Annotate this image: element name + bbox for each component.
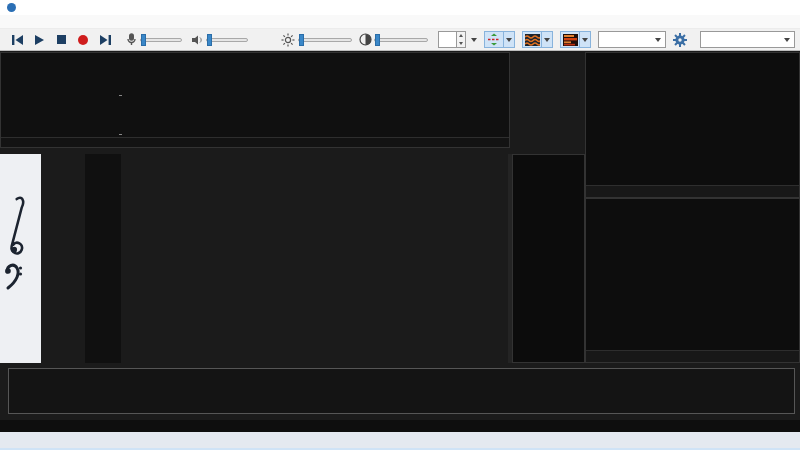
brightness-slider[interactable]	[298, 38, 352, 42]
toolbar	[0, 29, 800, 51]
overview-waveform-panel	[8, 368, 795, 414]
spectrum-palette-dropdown-arrow[interactable]	[580, 31, 591, 48]
chevron-down-icon	[655, 38, 661, 42]
brightness-icon	[281, 29, 295, 50]
intensity-spectrum-panel	[512, 154, 585, 363]
close-button[interactable]	[778, 0, 800, 15]
menu-bar	[0, 15, 800, 29]
app-window	[0, 0, 800, 450]
title-bar	[0, 0, 800, 15]
egg-waveform-panel	[585, 198, 800, 363]
frequency-axis-button[interactable]	[484, 31, 504, 48]
maximize-button[interactable]	[746, 0, 772, 15]
time-ruler[interactable]	[0, 420, 800, 432]
audio-waveform-panel	[585, 52, 800, 198]
spectrogram-palette-dropdown-arrow[interactable]	[542, 31, 553, 48]
piano-keyboard[interactable]	[41, 154, 85, 363]
audio-status-bar	[586, 185, 799, 197]
volume-icon	[190, 29, 204, 50]
minimize-button[interactable]	[710, 0, 736, 15]
record-button[interactable]	[75, 29, 91, 50]
channel-mode-select[interactable]	[598, 31, 666, 48]
egg-status-bar	[586, 350, 799, 362]
skip-start-button[interactable]	[9, 29, 25, 50]
brightness-slider-handle[interactable]	[299, 34, 304, 46]
spectrogram-canvas[interactable]	[121, 154, 508, 356]
frequency-axis-dropdown-arrow[interactable]	[504, 31, 515, 48]
overview-waveform[interactable]	[9, 369, 794, 413]
spinbox-dropdown-arrow[interactable]	[468, 31, 479, 48]
contact-quotient-panel	[0, 52, 510, 148]
audio-waveform-plot[interactable]	[586, 53, 799, 185]
mic-level-slider[interactable]	[140, 38, 182, 42]
spinbox-arrows[interactable]	[457, 31, 466, 48]
app-logo-icon	[7, 3, 16, 12]
volume-slider-handle[interactable]	[207, 34, 212, 46]
contrast-slider-handle[interactable]	[375, 34, 380, 46]
cq-time-axis	[1, 137, 509, 147]
time-ruler-wrap	[0, 420, 800, 432]
skip-end-button[interactable]	[97, 29, 113, 50]
contrast-icon	[358, 29, 372, 50]
chevron-down-icon	[784, 38, 790, 42]
intensity-spectrum-canvas[interactable]	[513, 155, 584, 340]
stop-button[interactable]	[53, 29, 69, 50]
file-tab-bar	[0, 432, 800, 450]
play-button[interactable]	[31, 29, 47, 50]
spectrum-palette-button[interactable]	[560, 31, 580, 48]
contact-quotient-plot[interactable]	[122, 55, 506, 137]
egg-waveform-plot[interactable]	[586, 199, 799, 349]
treble-clef-icon	[1, 194, 29, 270]
microphone-icon	[125, 29, 137, 50]
settings-profiles-select[interactable]	[700, 31, 795, 48]
frequency-axis	[85, 154, 121, 363]
music-staff-area	[0, 154, 41, 363]
contrast-slider[interactable]	[374, 38, 428, 42]
spectrogram-palette-button[interactable]	[522, 31, 542, 48]
octave-shift-spinbox[interactable]	[438, 31, 457, 48]
intensity-axis	[513, 348, 584, 362]
mic-slider-handle[interactable]	[141, 34, 146, 46]
bass-clef-icon	[3, 260, 23, 300]
settings-gear-button[interactable]	[672, 29, 688, 50]
volume-slider[interactable]	[206, 38, 248, 42]
